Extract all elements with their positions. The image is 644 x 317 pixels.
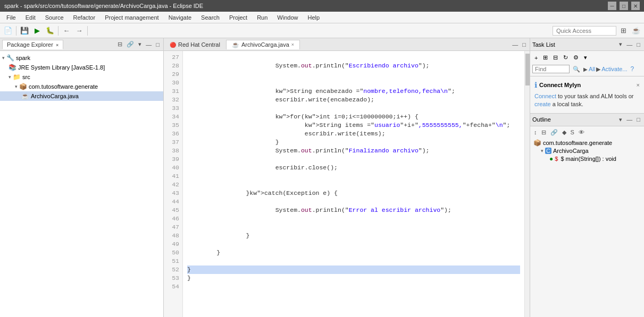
task-collapse-button[interactable]: ⊟: [551, 53, 560, 62]
connect-link[interactable]: Connect: [534, 93, 556, 99]
maximize-panel-button[interactable]: □: [154, 40, 161, 48]
tab-close-button[interactable]: ×: [291, 42, 294, 47]
outline-filter-button[interactable]: ⊟: [540, 128, 548, 136]
menu-item-help[interactable]: Help: [303, 13, 324, 22]
toolbar-new-button[interactable]: 📄: [2, 25, 14, 37]
menu-item-project-management[interactable]: Project management: [101, 13, 163, 22]
menu-item-search[interactable]: Search: [197, 13, 224, 22]
code-editor[interactable]: 2728293031323334353637383940414243444546…: [164, 51, 530, 317]
project-icon: 🔧: [6, 54, 14, 62]
toolbar-separator-3: [87, 26, 88, 36]
editor-scrollbar[interactable]: [524, 51, 530, 317]
chevron-down-icon-src: ▾: [9, 74, 11, 80]
help-button[interactable]: ?: [629, 64, 637, 74]
toolbar: 📄 💾 ▶ 🐛 ← → ⊞ ☕: [0, 23, 644, 38]
outline-fields-button[interactable]: ◆: [561, 128, 568, 136]
find-search-button[interactable]: 🔍: [571, 65, 582, 74]
tab-archivocarga[interactable]: ☕ ArchivoCarga.java ×: [226, 40, 300, 49]
tree-item-src[interactable]: ▾ 📁 src: [0, 72, 163, 82]
info-icon: ℹ: [534, 81, 537, 89]
find-bar: 🔍 ▶ All ▶ Activate... ?: [532, 64, 642, 74]
menu-item-file[interactable]: File: [2, 13, 20, 22]
tree-item-package[interactable]: ▾ 📦 com.tutosoftware.generate: [0, 82, 163, 91]
outline-item-method[interactable]: ● $ $ main(String[]) : void: [532, 155, 642, 163]
menubar: FileEditSourceRefactorProject management…: [0, 12, 644, 23]
panel-header-actions: ⊟ 🔗 ▾ — □: [116, 40, 161, 48]
task-settings-button[interactable]: ⚙: [571, 53, 581, 62]
editor-tabs: 🔴 Red Hat Central ☕ ArchivoCarga.java × …: [164, 38, 530, 51]
menu-item-navigate[interactable]: Navigate: [164, 13, 196, 22]
toolbar-save-button[interactable]: 💾: [19, 25, 30, 37]
menu-item-refactor[interactable]: Refactor: [69, 13, 100, 22]
find-input[interactable]: [532, 65, 570, 73]
editor-minimize-button[interactable]: —: [511, 41, 520, 48]
tree-item-archivocarga[interactable]: ☕ ArchivoCarga.java: [0, 91, 163, 101]
task-new-button[interactable]: +: [532, 54, 540, 62]
outline-static-button[interactable]: S: [569, 128, 576, 136]
outline-sort-button[interactable]: ↕: [532, 128, 539, 136]
library-icon: 📚: [9, 64, 16, 71]
toolbar-forward-button[interactable]: →: [73, 25, 85, 37]
task-list-maximize[interactable]: □: [635, 40, 642, 48]
chevron-icon-class: ▾: [541, 148, 543, 153]
menu-item-window[interactable]: Window: [273, 13, 302, 22]
quick-access-input[interactable]: [553, 26, 616, 36]
minimize-button[interactable]: ─: [608, 2, 616, 10]
center-panel: 🔴 Red Hat Central ☕ ArchivoCarga.java × …: [164, 38, 530, 317]
connect-mylyn-panel: ℹ Connect Mylyn × Connect to your task a…: [530, 76, 644, 114]
task-list-actions: ▾ — □: [617, 40, 642, 48]
task-list-view-menu[interactable]: ▾: [617, 40, 624, 48]
all-label[interactable]: All: [589, 66, 595, 72]
toolbar-perspective-button[interactable]: ⊞: [617, 25, 629, 37]
tree-item-jre[interactable]: 📚 JRE System Library [JavaSE-1.8]: [0, 63, 163, 72]
task-sync-button[interactable]: ↻: [561, 53, 570, 62]
editor-tabs-actions: — □: [511, 41, 530, 48]
task-chevron-button[interactable]: ▾: [582, 53, 589, 62]
dollar-icon: $: [555, 156, 558, 162]
titlebar-title: spark - spark/src/com/tutosoftware/gener…: [4, 3, 203, 9]
package-tree: ▾ 🔧 spark 📚 JRE System Library [JavaSE-1…: [0, 51, 163, 317]
outline-view-menu[interactable]: ▾: [617, 116, 624, 124]
task-filter-button[interactable]: ⊞: [541, 53, 550, 62]
task-toolbar: + ⊞ ⊟ ↻ ⚙ ▾: [532, 53, 642, 62]
link-with-editor-button[interactable]: 🔗: [125, 40, 136, 48]
menu-item-run[interactable]: Run: [253, 13, 272, 22]
code-content[interactable]: System.out.println("Escribiendo archivo"…: [183, 51, 524, 317]
outline-content: ↕ ⊟ 🔗 ◆ S 👁 📦 com.tutosoftware.generate …: [530, 126, 644, 317]
task-list-minimize[interactable]: —: [625, 40, 634, 48]
outline-actions: ▾ — □: [617, 116, 642, 124]
outline-maximize[interactable]: □: [635, 116, 642, 124]
main-layout: Package Explorer × ⊟ 🔗 ▾ — □ ▾ 🔧 spark 📚…: [0, 38, 644, 317]
outline-item-class[interactable]: ▾ C ArchivoCarga: [532, 147, 642, 155]
tab-red-hat-label: Red Hat Central: [178, 41, 220, 48]
separator: ▶: [596, 66, 600, 73]
outline-header: Outline ▾ — □: [530, 114, 644, 126]
menu-item-project[interactable]: Project: [225, 13, 252, 22]
toolbar-run-button[interactable]: ▶: [31, 25, 43, 37]
connect-mylyn-title: Connect Mylyn: [539, 82, 581, 88]
minimize-panel-button[interactable]: —: [144, 40, 153, 48]
outline-link-button[interactable]: 🔗: [549, 128, 559, 136]
menu-item-source[interactable]: Source: [41, 13, 68, 22]
red-hat-icon: 🔴: [170, 42, 176, 48]
maximize-button[interactable]: □: [620, 2, 628, 10]
tree-label-archivocarga: ArchivoCarga.java: [31, 93, 79, 99]
close-button[interactable]: ✕: [631, 2, 640, 10]
view-menu-button[interactable]: ▾: [137, 40, 143, 48]
outline-minimize[interactable]: —: [625, 116, 634, 124]
outline-item-package[interactable]: 📦 com.tutosoftware.generate: [532, 139, 642, 147]
toolbar-back-button[interactable]: ←: [61, 25, 72, 37]
toolbar-debug-button[interactable]: 🐛: [44, 25, 56, 37]
editor-maximize-button[interactable]: □: [521, 41, 528, 48]
package-explorer-tab-icon: ×: [56, 42, 58, 48]
outline-hide-button[interactable]: 👁: [577, 128, 586, 136]
activate-label[interactable]: Activate...: [601, 66, 627, 72]
tree-item-spark[interactable]: ▾ 🔧 spark: [0, 53, 163, 63]
collapse-all-button[interactable]: ⊟: [116, 40, 124, 48]
tab-red-hat-central[interactable]: 🔴 Red Hat Central: [164, 40, 226, 49]
create-link[interactable]: create: [534, 101, 551, 107]
menu-item-edit[interactable]: Edit: [21, 13, 40, 22]
toolbar-java-perspective-button[interactable]: ☕: [630, 25, 642, 37]
connect-mylyn-close[interactable]: ×: [637, 82, 640, 88]
package-explorer-tab[interactable]: Package Explorer ×: [2, 40, 63, 49]
